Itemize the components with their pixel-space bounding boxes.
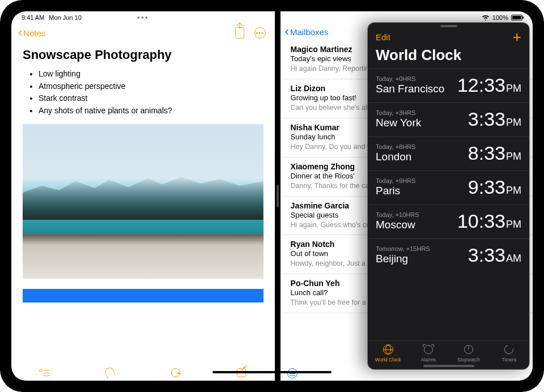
note-content[interactable]: Snowscape Photography Low lighting Atmos…: [11, 42, 275, 361]
clock-city: New York: [376, 117, 421, 129]
tab-stopwatch[interactable]: Stopwatch: [449, 343, 489, 363]
timer-icon: [503, 343, 515, 356]
clock-edit-button[interactable]: Edit: [376, 32, 390, 42]
clock-navbar: Edit +: [368, 28, 529, 46]
battery-icon: [511, 15, 522, 20]
clock-city: Beijing: [376, 253, 430, 265]
multitask-dots-left[interactable]: •••: [137, 13, 149, 22]
tab-label: World Clock: [375, 357, 401, 363]
checklist-icon[interactable]: [39, 367, 50, 378]
status-date: Mon Jun 10: [49, 14, 81, 21]
clock-tabbar: World Clock Alarms Stopwatch Timers: [368, 340, 529, 364]
tab-timers[interactable]: Timers: [489, 343, 529, 363]
note-bullet: Any shots of native plants or animals?: [39, 105, 264, 117]
notes-back-label: Notes: [23, 28, 45, 38]
battery-percent: 100%: [492, 14, 508, 21]
split-view-divider[interactable]: [275, 11, 280, 381]
clock-time: 12:33PM: [457, 74, 521, 96]
clock-time: 3:33AM: [468, 244, 521, 266]
tab-label: Timers: [502, 357, 517, 363]
clock-time: 3:33PM: [468, 108, 521, 130]
status-bar: 9:41 AM Mon Jun 10 •••: [11, 11, 275, 24]
right-split: 100% ‹ Mailboxes Magico Martinez Today's…: [280, 11, 533, 381]
clock-offset: Today, +3HRS: [376, 109, 421, 116]
note-bullet: Atmospheric perspective: [39, 80, 264, 93]
note-bullet-list: Low lighting Atmospheric perspective Sta…: [23, 68, 264, 117]
clock-time: 10:33PM: [457, 210, 521, 232]
status-time: 9:41 AM: [22, 14, 44, 21]
clock-offset: Today, +8HRS: [376, 143, 415, 150]
note-second-image-partial[interactable]: [23, 289, 264, 302]
clock-offset: Today, +9HRS: [376, 177, 415, 184]
clock-city: San Francisco: [376, 83, 444, 95]
world-clock-row[interactable]: Today, +8HRSLondon 8:33PM: [368, 137, 529, 171]
world-clock-row[interactable]: Today, +10HRSMoscow 10:33PM: [368, 204, 529, 238]
note-title: Snowscape Photography: [23, 48, 264, 62]
alarm-icon: [424, 345, 433, 354]
world-clock-row[interactable]: Today, +0HRSSan Francisco 12:33PM: [368, 69, 529, 103]
world-clock-list[interactable]: Today, +0HRSSan Francisco 12:33PM Today,…: [368, 69, 529, 340]
clock-offset: Today, +0HRS: [376, 75, 444, 82]
tab-label: Alarms: [421, 357, 436, 363]
status-bar-right: 100%: [280, 11, 533, 24]
note-attached-image[interactable]: [23, 124, 264, 279]
tab-alarms[interactable]: Alarms: [408, 343, 448, 363]
clock-offset: Today, +10HRS: [376, 211, 419, 218]
markup-icon[interactable]: [170, 367, 181, 378]
chevron-left-icon: ‹: [285, 28, 289, 35]
tab-world-clock[interactable]: World Clock: [368, 343, 408, 363]
note-bullet: Low lighting: [39, 68, 264, 80]
wifi-icon: [482, 14, 490, 22]
more-icon[interactable]: •••: [254, 27, 266, 39]
clock-time: 8:33PM: [468, 142, 521, 164]
slideover-home-indicator[interactable]: [423, 365, 474, 367]
clock-slideover[interactable]: Edit + World Clock Today, +0HRSSan Franc…: [368, 23, 529, 369]
world-clock-row[interactable]: Today, +3HRSNew York 3:33PM: [368, 103, 529, 137]
slideover-handle-icon[interactable]: [440, 25, 457, 27]
chevron-left-icon: ‹: [18, 29, 22, 36]
clock-title: World Clock: [368, 46, 529, 69]
world-clock-row[interactable]: Today, +9HRSParis 9:33PM: [368, 171, 529, 204]
globe-icon: [383, 344, 393, 355]
world-clock-row[interactable]: Tomorrow, +15HRSBeijing 3:33AM: [368, 238, 529, 272]
mail-back-label: Mailboxes: [290, 27, 329, 37]
clock-city: Paris: [376, 185, 415, 197]
home-indicator[interactable]: [212, 371, 332, 373]
clock-city: London: [376, 151, 415, 163]
mail-back-button[interactable]: ‹ Mailboxes: [285, 27, 329, 37]
note-bullet: Stark contrast: [39, 92, 264, 105]
notes-back-button[interactable]: ‹ Notes: [18, 28, 46, 38]
attachment-icon[interactable]: [104, 367, 116, 378]
clock-offset: Tomorrow, +15HRS: [376, 245, 430, 252]
clock-city: Moscow: [376, 219, 419, 231]
tab-label: Stopwatch: [457, 357, 480, 363]
clock-time: 9:33PM: [468, 176, 521, 198]
notes-app: 9:41 AM Mon Jun 10 ••• ‹ Notes ••• Snows…: [11, 11, 275, 381]
stopwatch-icon: [464, 345, 473, 354]
clock-add-button[interactable]: +: [513, 29, 521, 44]
share-icon[interactable]: [235, 27, 244, 39]
filter-icon[interactable]: [287, 368, 298, 378]
